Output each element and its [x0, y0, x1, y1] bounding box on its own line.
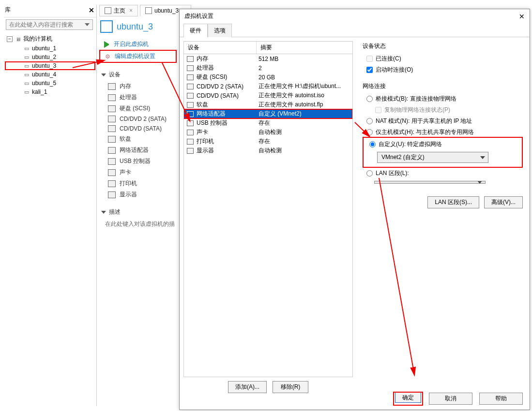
memory-icon [108, 83, 116, 90]
table-row[interactable]: 处理器2 [184, 63, 352, 73]
sound-icon [108, 169, 116, 176]
vm-icon [100, 20, 113, 33]
connected-checkbox[interactable]: 已连接(C) [363, 53, 523, 64]
device-icon [187, 93, 194, 99]
tree-item-kali-1[interactable]: ▭kali_1 [5, 88, 95, 96]
start-vm-button[interactable]: 开启此虚拟机 [99, 39, 177, 50]
tab-options[interactable]: 选项 [208, 24, 232, 37]
table-row[interactable]: 打印机存在 [184, 137, 352, 146]
tab-hardware[interactable]: 硬件 [183, 24, 208, 37]
device-icon [187, 84, 194, 89]
table-row[interactable]: CD/DVD (SATA)正在使用文件 autoinst.iso [184, 91, 352, 100]
device-table: 设备 摘要 内存512 MB处理器2硬盘 (SCSI)20 GBCD/DVD 2… [183, 41, 353, 377]
replicate-checkbox: 复制物理网络连接状态(P) [363, 104, 523, 116]
device-cd2[interactable]: CD/DVD 2 (SATA) [99, 114, 177, 124]
tree-item-ubuntu-2[interactable]: ▭ubuntu_2 [5, 53, 95, 61]
nat-radio[interactable]: NAT 模式(N): 用于共享主机的 IP 地址 [363, 116, 523, 127]
col-summary: 摘要 [257, 42, 352, 54]
table-row[interactable]: 声卡自动检测 [184, 128, 352, 137]
custom-network-highlight: 自定义(U): 特定虚拟网络 VMnet2 (自定义) [363, 137, 523, 168]
device-nic[interactable]: 网络适配器 [99, 145, 177, 156]
lan-segment-select [374, 181, 486, 184]
lan-segment-radio[interactable]: LAN 区段(L): [363, 168, 523, 179]
table-row[interactable]: 硬盘 (SCSI)20 GB [184, 73, 352, 82]
close-icon[interactable]: ✕ [519, 13, 525, 20]
vm-settings-dialog: 虚拟机设置✕ 硬件 选项 设备 摘要 内存512 MB处理器2硬盘 (SCSI)… [179, 9, 530, 410]
table-row[interactable]: USB 控制器存在 [184, 118, 352, 128]
device-settings-pane: 设备状态 已连接(C) 启动时连接(O) 网络连接 桥接模式(B): 直接连接物… [353, 41, 526, 397]
settings-icon: ⚙ [105, 53, 112, 60]
device-disk[interactable]: 硬盘 (SCSI) [99, 103, 177, 114]
connect-on-checkbox[interactable]: 启动时连接(O) [363, 64, 523, 75]
tree-item-ubuntu-5[interactable]: ▭ubuntu_5 [5, 79, 95, 88]
play-icon [104, 41, 111, 48]
device-icon [187, 120, 194, 126]
ok-button[interactable]: 确定 [395, 392, 421, 403]
cd-icon [108, 125, 116, 132]
vm-icon: ▭ [23, 62, 30, 69]
device-icon [187, 56, 194, 62]
table-row[interactable]: 内存512 MB [184, 54, 352, 63]
computer-icon: 🖥 [15, 36, 21, 43]
vm-title: ubuntu_3 [99, 17, 177, 39]
close-icon[interactable]: ✕ [89, 6, 94, 14]
device-cpu[interactable]: 处理器 [99, 92, 177, 103]
tree-root[interactable]: − 🖥 我的计算机 [5, 34, 95, 44]
device-icon [187, 148, 194, 154]
device-icon [187, 74, 194, 80]
device-display[interactable]: 显示器 [99, 189, 177, 200]
display-icon [108, 191, 116, 198]
table-row[interactable]: 显示器自动检测 [184, 146, 352, 155]
close-icon[interactable]: × [129, 7, 133, 14]
home-icon [105, 7, 111, 14]
collapse-icon[interactable]: − [7, 36, 13, 42]
cpu-icon [108, 94, 116, 101]
vm-icon: ▭ [23, 71, 30, 78]
custom-radio[interactable]: 自定义(U): 特定虚拟网络 [365, 139, 520, 150]
table-row[interactable]: 软盘正在使用文件 autoinst.flp [184, 100, 352, 109]
library-title: 库 [5, 6, 11, 14]
description-hint[interactable]: 在此处键入对该虚拟机的描 [99, 218, 177, 230]
vm-icon: ▭ [23, 88, 30, 95]
state-header: 设备状态 [363, 42, 523, 50]
help-button[interactable]: 帮助 [479, 393, 523, 405]
device-printer[interactable]: 打印机 [99, 178, 177, 189]
bridged-radio[interactable]: 桥接模式(B): 直接连接物理网络 [363, 93, 523, 104]
remove-button[interactable]: 移除(R) [273, 381, 308, 393]
device-icon [187, 111, 194, 117]
floppy-icon [108, 136, 116, 143]
device-usb[interactable]: USB 控制器 [99, 156, 177, 167]
device-memory[interactable]: 内存 [99, 81, 177, 92]
tab-home[interactable]: 主页× [99, 5, 138, 16]
custom-network-select[interactable]: VMnet2 (自定义) [377, 152, 488, 163]
vm-icon: ▭ [23, 45, 30, 52]
search-input[interactable] [6, 19, 93, 30]
device-sound[interactable]: 声卡 [99, 167, 177, 178]
vm-detail-panel: ubuntu_3 开启此虚拟机 ⚙编辑虚拟机设置 设备 内存 处理器 硬盘 (S… [99, 17, 177, 230]
device-icon [187, 102, 194, 108]
device-floppy[interactable]: 软盘 [99, 133, 177, 145]
table-row[interactable]: 网络适配器自定义 (VMnet2) [184, 109, 352, 118]
hostonly-radio[interactable]: 仅主机模式(H): 与主机共享的专用网络 [363, 127, 523, 138]
add-button[interactable]: 添加(A)... [228, 381, 267, 393]
tree-item-ubuntu-1[interactable]: ▭ubuntu_1 [5, 44, 95, 53]
device-cd[interactable]: CD/DVD (SATA) [99, 124, 177, 133]
tree-item-ubuntu-4[interactable]: ▭ubuntu_4 [5, 70, 95, 79]
table-row[interactable]: CD/DVD 2 (SATA)正在使用文件 H:\虚拟机\ubunt... [184, 82, 352, 91]
device-icon [187, 139, 194, 145]
disk-icon [108, 105, 116, 112]
lan-segments-button[interactable]: LAN 区段(S)... [427, 196, 479, 208]
printer-icon [108, 180, 116, 187]
cancel-button[interactable]: 取消 [429, 393, 472, 405]
edit-settings-button[interactable]: ⚙编辑虚拟机设置 [99, 50, 177, 63]
ok-highlight: 确定 [394, 393, 422, 405]
tree-item-ubuntu-3[interactable]: ▭ubuntu_3 [5, 61, 95, 70]
advanced-button[interactable]: 高级(V)... [484, 196, 523, 208]
network-header: 网络连接 [363, 82, 523, 90]
device-icon [187, 130, 194, 135]
description-header: 描述 [101, 208, 177, 216]
devices-header: 设备 [101, 71, 177, 79]
vm-tree: − 🖥 我的计算机 ▭ubuntu_1 ▭ubuntu_2 ▭ubuntu_3 … [4, 32, 96, 98]
vm-icon: ▭ [23, 80, 30, 87]
usb-icon [108, 158, 116, 165]
